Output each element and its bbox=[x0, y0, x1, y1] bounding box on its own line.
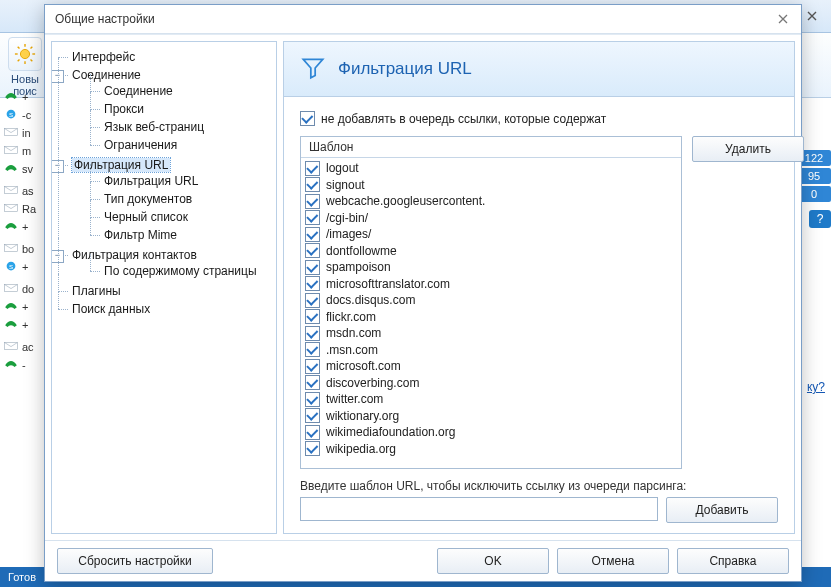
pattern-row[interactable]: spampoison bbox=[305, 259, 677, 276]
reset-button[interactable]: Сбросить настройки bbox=[57, 548, 213, 574]
envelope-icon bbox=[4, 243, 18, 255]
input-hint: Введите шаблон URL, чтобы исключить ссыл… bbox=[300, 479, 778, 493]
pattern-row[interactable]: twitter.com bbox=[305, 391, 677, 408]
pattern-checkbox[interactable] bbox=[305, 425, 320, 440]
list-item[interactable]: bo bbox=[0, 240, 46, 258]
pattern-checkbox[interactable] bbox=[305, 276, 320, 291]
pattern-row[interactable]: /images/ bbox=[305, 226, 677, 243]
stat-badge: 95 bbox=[797, 168, 831, 184]
pattern-checkbox[interactable] bbox=[305, 441, 320, 456]
pattern-input[interactable] bbox=[300, 497, 658, 521]
pattern-checkbox[interactable] bbox=[305, 243, 320, 258]
app-close-icon[interactable] bbox=[799, 6, 825, 26]
pattern-row[interactable]: /cgi-bin/ bbox=[305, 210, 677, 227]
stat-badge: 0 bbox=[797, 186, 831, 202]
exclude-checkbox[interactable] bbox=[300, 111, 315, 126]
pattern-checkbox[interactable] bbox=[305, 293, 320, 308]
pattern-row[interactable]: microsoft.com bbox=[305, 358, 677, 375]
list-item[interactable]: + bbox=[0, 88, 46, 106]
pattern-checkbox[interactable] bbox=[305, 326, 320, 341]
pattern-row[interactable]: logout bbox=[305, 160, 677, 177]
pattern-row[interactable]: webcache.googleusercontent. bbox=[305, 193, 677, 210]
tree-item-datasearch[interactable]: Поиск данных bbox=[72, 302, 150, 316]
pattern-row[interactable]: signout bbox=[305, 177, 677, 194]
pattern-text: signout bbox=[326, 178, 365, 192]
list-item[interactable]: sv bbox=[0, 160, 46, 178]
tree-item-connection-sub[interactable]: Соединение bbox=[104, 84, 173, 98]
pattern-row[interactable]: microsofttranslator.com bbox=[305, 276, 677, 293]
tree-item-interface[interactable]: Интерфейс bbox=[72, 50, 135, 64]
pattern-checkbox[interactable] bbox=[305, 408, 320, 423]
delete-button[interactable]: Удалить bbox=[692, 136, 804, 162]
list-item[interactable]: ac bbox=[0, 338, 46, 356]
pattern-row[interactable]: docs.disqus.com bbox=[305, 292, 677, 309]
list-item[interactable]: + bbox=[0, 316, 46, 334]
pattern-text: flickr.com bbox=[326, 310, 376, 324]
tree-item-doctype[interactable]: Тип документов bbox=[104, 192, 192, 206]
list-item-text: Ra bbox=[22, 203, 36, 215]
patterns-column-header: Шаблон bbox=[301, 137, 681, 158]
tree-item-connection[interactable]: Соединение bbox=[72, 68, 141, 82]
pattern-checkbox[interactable] bbox=[305, 342, 320, 357]
list-item[interactable]: as bbox=[0, 182, 46, 200]
pattern-row[interactable]: flickr.com bbox=[305, 309, 677, 326]
tree-toggle[interactable]: − bbox=[51, 70, 64, 83]
pattern-checkbox[interactable] bbox=[305, 392, 320, 407]
tree-item-bycontent[interactable]: По содержимому страницы bbox=[104, 264, 257, 278]
list-item[interactable]: - bbox=[0, 356, 46, 374]
pattern-checkbox[interactable] bbox=[305, 177, 320, 192]
svg-text:S: S bbox=[9, 263, 13, 270]
list-item[interactable]: in bbox=[0, 124, 46, 142]
svg-line-8 bbox=[18, 60, 20, 62]
list-item[interactable]: + bbox=[0, 218, 46, 236]
help-link[interactable]: ку? bbox=[807, 380, 825, 394]
phone-icon bbox=[4, 301, 18, 313]
settings-panel: Фильтрация URL не добавлять в очередь сс… bbox=[283, 41, 795, 534]
pattern-checkbox[interactable] bbox=[305, 210, 320, 225]
pattern-row[interactable]: discoverbing.com bbox=[305, 375, 677, 392]
list-item[interactable]: m bbox=[0, 142, 46, 160]
pattern-row[interactable]: dontfollowme bbox=[305, 243, 677, 260]
help-button[interactable]: Справка bbox=[677, 548, 789, 574]
phone-icon bbox=[4, 221, 18, 233]
pattern-checkbox[interactable] bbox=[305, 227, 320, 242]
pattern-row[interactable]: wikimediafoundation.org bbox=[305, 424, 677, 441]
tree-item-plugins[interactable]: Плагины bbox=[72, 284, 121, 298]
side-list: +S-сinmsvasRa+boS+do++ac- bbox=[0, 88, 46, 567]
list-item[interactable]: S+ bbox=[0, 258, 46, 276]
list-item[interactable]: S-с bbox=[0, 106, 46, 124]
pattern-text: twitter.com bbox=[326, 392, 383, 406]
pattern-checkbox[interactable] bbox=[305, 194, 320, 209]
help-icon[interactable]: ? bbox=[809, 210, 831, 228]
tree-item-blacklist[interactable]: Черный список bbox=[104, 210, 188, 224]
tree-item-lang[interactable]: Язык веб-страниц bbox=[104, 120, 204, 134]
list-item-text: sv bbox=[22, 163, 33, 175]
pattern-row[interactable]: .msn.com bbox=[305, 342, 677, 359]
pattern-checkbox[interactable] bbox=[305, 359, 320, 374]
pattern-checkbox[interactable] bbox=[305, 161, 320, 176]
pattern-row[interactable]: wikipedia.org bbox=[305, 441, 677, 458]
tree-item-limits[interactable]: Ограничения bbox=[104, 138, 177, 152]
dialog-body: Интерфейс −Соединение Соединение Прокси … bbox=[45, 34, 801, 540]
pattern-checkbox[interactable] bbox=[305, 375, 320, 390]
pattern-row[interactable]: wiktionary.org bbox=[305, 408, 677, 425]
pattern-checkbox[interactable] bbox=[305, 309, 320, 324]
list-item[interactable]: do bbox=[0, 280, 46, 298]
list-item[interactable]: + bbox=[0, 298, 46, 316]
list-item[interactable]: Ra bbox=[0, 200, 46, 218]
tree-item-urlfilter-sub[interactable]: Фильтрация URL bbox=[104, 174, 198, 188]
exclude-checkbox-row[interactable]: не добавлять в очередь ссылки, которые с… bbox=[300, 111, 778, 126]
tree-item-proxy[interactable]: Прокси bbox=[104, 102, 144, 116]
tree-toggle[interactable]: − bbox=[51, 160, 64, 173]
pattern-checkbox[interactable] bbox=[305, 260, 320, 275]
add-button[interactable]: Добавить bbox=[666, 497, 778, 523]
ok-button[interactable]: OK bbox=[437, 548, 549, 574]
dialog-close-button[interactable] bbox=[771, 9, 795, 29]
dialog-title: Общие настройки bbox=[55, 12, 155, 26]
patterns-listbox[interactable]: Шаблон logoutsignoutwebcache.googleuserc… bbox=[300, 136, 682, 469]
pattern-row[interactable]: msdn.com bbox=[305, 325, 677, 342]
tree-toggle[interactable]: − bbox=[51, 250, 64, 263]
tree-item-urlfilter[interactable]: Фильтрация URL bbox=[72, 158, 170, 172]
cancel-button[interactable]: Отмена bbox=[557, 548, 669, 574]
tree-item-mime[interactable]: Фильтр Mime bbox=[104, 228, 177, 242]
